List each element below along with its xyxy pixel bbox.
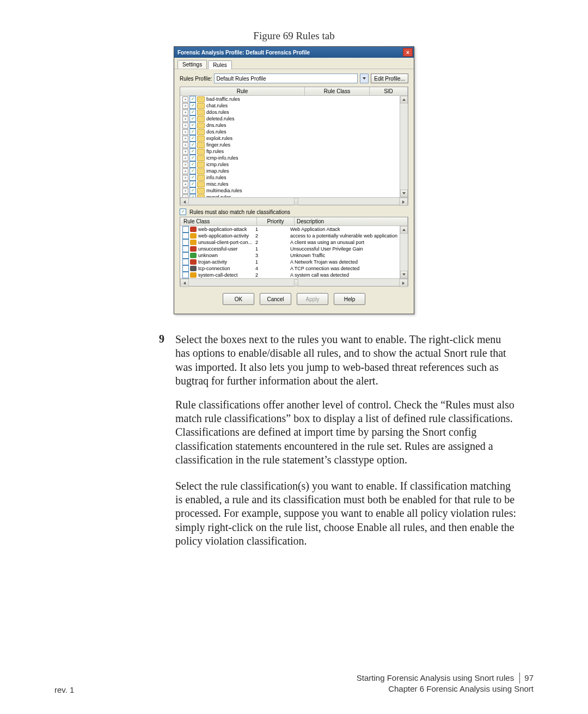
scroll-up-icon[interactable] [400, 96, 408, 103]
expand-icon[interactable]: + [182, 109, 188, 115]
rule-row[interactable]: +mysql.rules [180, 194, 408, 197]
rule-row[interactable]: +icmp.rules [180, 161, 408, 168]
scroll-right-icon[interactable] [399, 198, 408, 206]
rule-checkbox[interactable] [189, 155, 196, 161]
classification-row[interactable]: unusual-client-port-con...2A client was … [180, 239, 408, 246]
class-name: web-application-activity [198, 233, 249, 239]
rule-row[interactable]: +icmp-info.rules [180, 155, 408, 161]
rule-checkbox[interactable] [189, 174, 196, 181]
classification-row[interactable]: web-application-attack1Web Application A… [180, 226, 408, 233]
class-vertical-scrollbar[interactable] [400, 226, 408, 278]
class-horizontal-scrollbar[interactable] [180, 278, 408, 286]
expand-icon[interactable]: + [182, 188, 188, 194]
must-match-checkbox-row[interactable]: Rules must also match rule classificatio… [180, 209, 408, 215]
expand-icon[interactable]: + [182, 168, 188, 174]
scroll-down-icon[interactable] [400, 271, 408, 278]
rule-row[interactable]: +dns.rules [180, 122, 408, 129]
close-icon[interactable]: × [403, 48, 413, 57]
class-checkbox[interactable] [182, 265, 189, 272]
classification-row[interactable]: trojan-activity1A Network Trojan was det… [180, 259, 408, 265]
expand-icon[interactable]: + [182, 175, 188, 181]
scroll-track[interactable] [400, 234, 408, 271]
rule-checkbox[interactable] [189, 181, 196, 187]
rule-checkbox[interactable] [189, 194, 196, 197]
rule-checkbox[interactable] [189, 142, 196, 148]
classification-row[interactable]: unsuccessful-user1Unsuccessful User Priv… [180, 246, 408, 252]
rule-row[interactable]: +misc.rules [180, 181, 408, 187]
rule-row[interactable]: +ddos.rules [180, 109, 408, 115]
classification-row[interactable]: system-call-detect2A system call was det… [180, 272, 408, 278]
rule-checkbox[interactable] [189, 109, 196, 115]
classification-row[interactable]: unknown3Unknown Traffic [180, 252, 408, 259]
rule-row[interactable]: +bad-traffic.rules [180, 96, 408, 102]
rule-checkbox[interactable] [189, 129, 196, 135]
col-sid[interactable]: SID [370, 87, 408, 95]
rule-row[interactable]: +exploit.rules [180, 135, 408, 142]
expand-icon[interactable]: + [182, 103, 188, 109]
scroll-up-icon[interactable] [400, 226, 408, 234]
classification-row[interactable]: tcp-connection4A TCP connection was dete… [180, 265, 408, 272]
class-checkbox[interactable] [182, 226, 189, 233]
scroll-right-icon[interactable] [399, 279, 408, 287]
rule-checkbox[interactable] [189, 96, 196, 102]
expand-icon[interactable]: + [182, 155, 188, 161]
rule-row[interactable]: +multimedia.rules [180, 187, 408, 194]
col-description[interactable]: Description [295, 217, 408, 225]
rule-row[interactable]: +ftp.rules [180, 148, 408, 155]
rule-row[interactable]: +imap.rules [180, 168, 408, 174]
expand-icon[interactable]: + [182, 162, 188, 168]
scroll-down-icon[interactable] [400, 190, 408, 197]
rule-checkbox[interactable] [189, 102, 196, 109]
scroll-left-icon[interactable] [180, 279, 189, 287]
expand-icon[interactable]: + [182, 116, 188, 122]
profile-dropdown-icon[interactable] [360, 74, 369, 83]
rule-row[interactable]: +deleted.rules [180, 115, 408, 122]
col-priority[interactable]: Priority [257, 217, 295, 225]
rule-checkbox[interactable] [189, 161, 196, 168]
class-checkbox[interactable] [182, 233, 189, 239]
col-rule[interactable]: Rule [180, 87, 305, 95]
class-checkbox[interactable] [182, 259, 189, 265]
scroll-left-icon[interactable] [180, 198, 189, 206]
rules-vertical-scrollbar[interactable] [400, 96, 408, 197]
rule-checkbox[interactable] [189, 115, 196, 122]
scroll-track[interactable] [189, 279, 399, 286]
col-rule-class[interactable]: Rule Class [180, 217, 257, 225]
expand-icon[interactable]: + [182, 129, 188, 135]
col-rule-class[interactable]: Rule Class [305, 87, 370, 95]
tab-rules[interactable]: Rules [208, 60, 232, 69]
ok-button[interactable]: OK [223, 293, 254, 305]
expand-icon[interactable]: + [182, 123, 188, 129]
rule-checkbox[interactable] [189, 187, 196, 194]
rule-row[interactable]: +finger.rules [180, 142, 408, 148]
expand-icon[interactable]: + [182, 136, 188, 142]
rule-checkbox[interactable] [189, 135, 196, 142]
class-checkbox[interactable] [182, 272, 189, 278]
rule-row[interactable]: +info.rules [180, 174, 408, 181]
expand-icon[interactable]: + [182, 181, 188, 187]
rules-horizontal-scrollbar[interactable] [180, 197, 408, 205]
profile-input[interactable] [214, 74, 358, 83]
cancel-button[interactable]: Cancel [260, 293, 291, 305]
expand-icon[interactable]: + [182, 149, 188, 155]
expand-icon[interactable]: + [182, 194, 188, 198]
must-match-checkbox[interactable] [180, 209, 186, 215]
tab-settings[interactable]: Settings [177, 60, 207, 69]
expand-icon[interactable]: + [182, 96, 188, 102]
help-button[interactable]: Help [334, 293, 365, 305]
class-checkbox[interactable] [182, 246, 189, 252]
expand-icon[interactable]: + [182, 142, 188, 148]
rule-checkbox[interactable] [189, 122, 196, 129]
rule-checkbox[interactable] [189, 148, 196, 155]
scroll-track[interactable] [189, 198, 399, 205]
edit-profile-button[interactable]: Edit Profile... [371, 74, 408, 83]
rule-name: mysql.rules [206, 194, 231, 197]
classification-row[interactable]: web-application-activity2access to a pot… [180, 233, 408, 239]
rule-row[interactable]: +dos.rules [180, 129, 408, 135]
rule-row[interactable]: +chat.rules [180, 102, 408, 109]
apply-button[interactable]: Apply [297, 293, 328, 305]
class-checkbox[interactable] [182, 239, 189, 246]
class-checkbox[interactable] [182, 252, 189, 259]
scroll-track[interactable] [400, 103, 408, 190]
rule-checkbox[interactable] [189, 168, 196, 174]
